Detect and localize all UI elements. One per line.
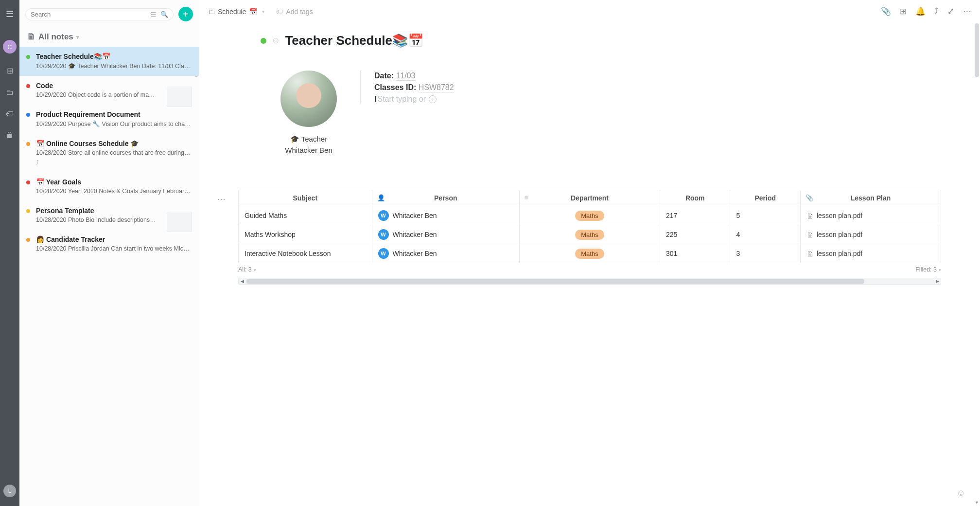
cell-file[interactable]: 🗎lesson plan.pdf bbox=[800, 244, 941, 263]
table-header-row: Subject 👤Person ≡Department Room Period … bbox=[239, 190, 941, 206]
topbar: 🗀 Schedule 📅 ▾ 🏷 Add tags 📎 ⊞ 🔔 ⤴ ⤢ ⋯ bbox=[199, 0, 980, 23]
share-icon: ⤴ bbox=[36, 159, 192, 166]
share-icon[interactable]: ⤴ bbox=[934, 6, 939, 17]
person-avatar: W bbox=[378, 229, 389, 240]
folder-icon[interactable]: 🗀 bbox=[6, 88, 14, 97]
apps-icon[interactable]: ⊞ bbox=[900, 6, 907, 17]
main-vscrollbar[interactable]: ▼ bbox=[973, 23, 980, 506]
person-avatar: W bbox=[378, 210, 389, 221]
status-dot[interactable] bbox=[261, 38, 266, 44]
table-row[interactable]: Maths WorkshopWWhitacker BenMaths2254🗎le… bbox=[239, 225, 941, 244]
note-thumbnail bbox=[167, 87, 192, 107]
cell-department[interactable]: Maths bbox=[519, 206, 660, 225]
cell-period[interactable]: 3 bbox=[730, 244, 801, 263]
search-input[interactable] bbox=[31, 11, 151, 18]
note-title: Teacher Schedule📚📅 bbox=[36, 53, 192, 60]
expand-icon[interactable]: ⤢ bbox=[947, 6, 954, 17]
teacher-label: 🎓 Teacher Whitacker Ben bbox=[285, 134, 332, 156]
add-note-button[interactable]: + bbox=[178, 7, 193, 21]
sidebar: ☰ 🔍 + 🗎 All notes ▾ Teacher Schedule📚📅10… bbox=[19, 0, 199, 506]
hscroll-thumb[interactable] bbox=[246, 279, 864, 284]
emoji-button[interactable]: ☺ bbox=[957, 488, 965, 498]
scroll-left-icon[interactable]: ◀ bbox=[239, 278, 245, 284]
grid-icon[interactable]: ⊞ bbox=[7, 66, 13, 75]
classes-id-field[interactable]: Classes ID: HSW8782 bbox=[374, 83, 454, 92]
cell-department[interactable]: Maths bbox=[519, 244, 660, 263]
note-item[interactable]: Teacher Schedule📚📅10/29/2020 🎓 Teacher W… bbox=[19, 47, 199, 76]
note-snippet: 10/28/2020 Priscilla Jordan Can start in… bbox=[36, 245, 192, 252]
th-lesson-plan[interactable]: 📎Lesson Plan bbox=[800, 190, 941, 206]
cell-person[interactable]: WWhitacker Ben bbox=[372, 244, 519, 263]
note-title: 👩 Candidate Tracker bbox=[36, 235, 192, 243]
th-period[interactable]: Period bbox=[730, 190, 801, 206]
user-avatar[interactable]: L bbox=[3, 485, 16, 497]
main-pane: 🗀 Schedule 📅 ▾ 🏷 Add tags 📎 ⊞ 🔔 ⤴ ⤢ ⋯ bbox=[199, 0, 980, 506]
nav-rail: ☰ C ⊞ 🗀 🏷 🗑 L bbox=[0, 0, 19, 506]
th-room[interactable]: Room bbox=[660, 190, 730, 206]
cell-room[interactable]: 225 bbox=[660, 225, 730, 244]
new-block-placeholder[interactable]: I Start typing or + bbox=[374, 95, 454, 104]
sidebar-heading[interactable]: 🗎 All notes ▾ bbox=[19, 25, 199, 47]
note-item[interactable]: 📅 Online Courses Schedule 🎓10/28/2020 St… bbox=[19, 134, 199, 172]
note-item[interactable]: Product Requirement Document10/29/2020 P… bbox=[19, 105, 199, 134]
table-hscrollbar[interactable]: ◀ ▶ bbox=[238, 278, 941, 285]
footer-all[interactable]: All: 3▾ bbox=[238, 266, 256, 273]
breadcrumb[interactable]: 🗀 Schedule 📅 ▾ bbox=[208, 8, 264, 16]
cell-period[interactable]: 4 bbox=[730, 225, 801, 244]
bell-icon[interactable]: 🔔 bbox=[915, 6, 926, 17]
vscroll-thumb[interactable] bbox=[975, 23, 979, 77]
trash-icon[interactable]: 🗑 bbox=[6, 131, 14, 140]
status-dot bbox=[26, 142, 30, 146]
cell-subject[interactable]: Maths Workshop bbox=[239, 225, 372, 244]
filter-icon[interactable]: ☰ bbox=[151, 11, 157, 18]
scroll-right-icon[interactable]: ▶ bbox=[934, 278, 941, 284]
file-icon: 🗎 bbox=[806, 231, 814, 239]
th-subject[interactable]: Subject bbox=[239, 190, 372, 206]
table-row[interactable]: Interactive Notebook LessonWWhitacker Be… bbox=[239, 244, 941, 263]
block-menu-icon[interactable]: ⋯ bbox=[217, 194, 227, 204]
note-item[interactable]: 📅 Year Goals10/28/2020 Year: 2020 Notes … bbox=[19, 172, 199, 201]
cell-file[interactable]: 🗎lesson plan.pdf bbox=[800, 225, 941, 244]
note-thumbnail bbox=[167, 212, 192, 232]
date-field[interactable]: Date: 11/03 bbox=[374, 72, 454, 80]
breadcrumb-label: Schedule bbox=[218, 8, 246, 16]
scroll-down-icon[interactable]: ▼ bbox=[975, 500, 979, 505]
hamburger-icon[interactable]: ☰ bbox=[6, 9, 14, 19]
chevron-down-icon: ▾ bbox=[262, 9, 264, 14]
search-icon[interactable]: 🔍 bbox=[160, 11, 168, 18]
note-item[interactable]: 👩 Candidate Tracker10/28/2020 Priscilla … bbox=[19, 230, 199, 258]
th-person[interactable]: 👤Person bbox=[372, 190, 519, 206]
page-title[interactable]: Teacher Schedule📚📅 bbox=[285, 33, 423, 48]
table-row[interactable]: Guided MathsWWhitacker BenMaths2175🗎less… bbox=[239, 206, 941, 225]
th-department[interactable]: ≡Department bbox=[519, 190, 660, 206]
add-tags-button[interactable]: 🏷 Add tags bbox=[276, 8, 313, 16]
file-icon: 🗎 bbox=[806, 250, 814, 258]
cell-person[interactable]: WWhitacker Ben bbox=[372, 225, 519, 244]
tag-icon[interactable]: 🏷 bbox=[6, 109, 14, 118]
cell-subject[interactable]: Guided Maths bbox=[239, 206, 372, 225]
footer-filled[interactable]: Filled: 3▾ bbox=[915, 266, 941, 273]
person-avatar: W bbox=[378, 248, 389, 259]
cell-file[interactable]: 🗎lesson plan.pdf bbox=[800, 206, 941, 225]
status-dot bbox=[26, 181, 30, 184]
cell-person[interactable]: WWhitacker Ben bbox=[372, 206, 519, 225]
status-dot bbox=[26, 84, 30, 88]
emoji-picker-icon[interactable]: ☺ bbox=[271, 36, 280, 46]
note-list[interactable]: Teacher Schedule📚📅10/29/2020 🎓 Teacher W… bbox=[19, 47, 199, 506]
teacher-photo[interactable] bbox=[280, 71, 337, 127]
cell-period[interactable]: 5 bbox=[730, 206, 801, 225]
list-icon: ≡ bbox=[525, 194, 528, 201]
cell-room[interactable]: 301 bbox=[660, 244, 730, 263]
attachment-icon[interactable]: 📎 bbox=[881, 6, 891, 17]
more-icon[interactable]: ⋯ bbox=[963, 6, 971, 17]
status-dot bbox=[26, 238, 30, 242]
note-item[interactable]: Persona Template10/28/2020 Photo Bio Inc… bbox=[19, 201, 199, 230]
note-item[interactable]: Code10/29/2020 Object code is a portion … bbox=[19, 76, 199, 105]
note-snippet: 10/28/2020 Year: 2020 Notes & Goals Janu… bbox=[36, 188, 192, 195]
tag-icon: 🏷 bbox=[276, 8, 283, 16]
cell-subject[interactable]: Interactive Notebook Lesson bbox=[239, 244, 372, 263]
workspace-avatar[interactable]: C bbox=[3, 40, 17, 54]
cell-department[interactable]: Maths bbox=[519, 225, 660, 244]
cell-room[interactable]: 217 bbox=[660, 206, 730, 225]
folder-icon: 🗀 bbox=[208, 8, 215, 16]
